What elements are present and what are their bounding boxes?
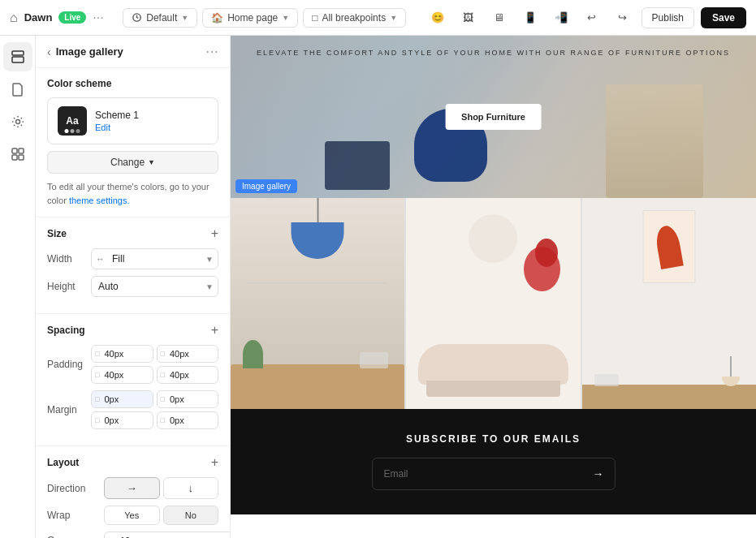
padding-top-icon: □ [92,350,102,358]
spacing-add-icon[interactable]: + [211,324,218,337]
gap-h-input[interactable] [119,532,231,538]
padding-bottom-input[interactable] [102,367,152,383]
margin-top-input[interactable] [102,391,152,407]
svg-rect-6 [12,155,17,160]
height-input[interactable] [92,277,201,296]
margin-bottom2-icon: □ [158,416,168,424]
hero-curtain [606,84,703,198]
image-gallery-badge: Image gallery [235,179,297,193]
sidebar-panel: ‹ Image gallery ⋯ Color scheme Aa S [36,36,231,538]
breakpoint-selector[interactable]: □ All breakpoints ▼ [303,8,406,28]
hero-section[interactable]: ELEVATE THE COMFORT AND STYLE OF YOUR HO… [231,36,756,198]
padding-right-input[interactable] [168,346,218,362]
direction-horizontal-btn[interactable]: → [104,477,160,499]
padding-bottom-row: □ □ [91,366,218,384]
margin-bottom2-wrapper: □ [157,411,219,429]
site-more-icon[interactable]: ··· [93,11,103,25]
width-chevron-icon: ▼ [201,255,218,264]
shelf-line [248,282,387,284]
gallery-image-2[interactable] [404,198,581,409]
layout-title: Layout [47,457,79,468]
theme-settings-link[interactable]: theme settings. [69,196,130,205]
margin-top-row: □ □ [91,390,218,408]
tablet-icon-btn[interactable]: 📱 [518,6,542,30]
scheme-card: Aa Scheme 1 Edit [47,97,218,144]
color-scheme-section: Color scheme Aa Scheme 1 Edit Change [36,68,230,217]
home-icon[interactable]: ⌂ [10,11,18,25]
padding-top-wrapper: □ [91,345,153,363]
breakpoint-chevron-icon: ▼ [390,14,397,22]
gap-controls: ↔ ↕ [104,532,231,538]
height-row: Height ▼ [47,276,218,297]
padding-top-input[interactable] [102,346,152,362]
margin-top-icon: □ [92,395,102,403]
sidebar-header: ‹ Image gallery ⋯ [36,36,230,68]
save-button[interactable]: Save [701,7,746,28]
margin-right-input[interactable] [168,391,218,407]
image-icon-btn[interactable]: 🖼 [456,6,481,30]
layout-section: Layout + Direction → ↓ Wrap Yes No [36,446,230,538]
hero-text: ELEVATE THE COMFORT AND STYLE OF YOUR HO… [231,49,756,57]
size-section: Size + Width ↔ ▼ Height ▼ [36,217,230,314]
layout-header: Layout + [47,456,218,469]
nav-right: 😊 🖼 🖥 📱 📲 ↩ ↪ Publish Save [426,6,746,30]
scheme-edit-link[interactable]: Edit [95,123,139,132]
living-scene [406,198,580,409]
wrap-label: Wrap [47,510,104,521]
gap-row: Gap ↔ ↕ [47,532,218,538]
kitchen-scene [231,198,404,409]
shop-furniture-button[interactable]: Shop Furniture [445,104,542,130]
page-label: Home page [227,12,278,24]
kitchen-plant [243,340,263,368]
art-shape [654,224,685,269]
theme-link-text: To edit all your theme's colors, go to y… [47,180,218,207]
margin-bottom2-input[interactable] [168,412,218,428]
desk-lamp [722,356,740,386]
subscribe-title: SUBSCRIBE TO OUR EMAILS [247,433,740,445]
back-icon[interactable]: ‹ [47,45,51,58]
padding-bottom2-wrapper: □ [157,366,219,384]
nav-left: ⌂ Dawn Live ··· [10,11,104,25]
mobile-icon-btn[interactable]: 📲 [549,6,573,30]
direction-row: Direction → ↓ [47,477,218,499]
lamp-cord [317,198,318,222]
pages-icon[interactable] [3,75,32,104]
email-submit-icon[interactable]: → [582,458,615,489]
desktop-icon-btn[interactable]: 🖥 [487,6,512,30]
wrap-no-btn[interactable]: No [163,506,219,525]
redo-icon-btn[interactable]: ↪ [611,6,635,30]
gallery-image-1[interactable] [231,198,404,409]
art-poster-frame [642,210,695,283]
sidebar-more-icon[interactable]: ⋯ [205,44,218,59]
wrap-yes-btn[interactable]: Yes [104,506,160,525]
margin-inputs: □ □ □ □ [91,390,218,429]
undo-icon-btn[interactable]: ↩ [580,6,604,30]
wrap-controls: Yes No [104,506,218,525]
live-badge: Live [58,11,86,24]
top-nav: ⌂ Dawn Live ··· Default ▼ 🏠 Home page ▼ … [0,0,756,36]
svg-rect-4 [12,148,17,153]
image-gallery [231,198,756,409]
margin-bottom-row: □ □ [91,411,218,429]
height-label: Height [47,281,86,292]
email-input[interactable] [373,458,582,489]
layout-add-icon[interactable]: + [211,456,218,469]
padding-bottom2-input[interactable] [168,367,218,383]
apps-icon[interactable] [3,140,32,169]
padding-top-row: □ □ [91,345,218,363]
wrap-row: Wrap Yes No [47,506,218,525]
view-selector[interactable]: Default ▼ [123,8,197,28]
gap-h-wrapper: ↔ [104,532,231,538]
publish-button[interactable]: Publish [642,7,694,28]
gallery-image-3[interactable] [582,198,756,409]
size-add-icon[interactable]: + [211,227,218,240]
width-input[interactable] [109,249,201,269]
sections-icon[interactable] [3,42,32,71]
margin-bottom-input[interactable] [102,412,152,428]
width-input-wrapper: ↔ ▼ [91,248,218,269]
change-scheme-button[interactable]: Change ▼ [47,151,218,174]
settings-icon[interactable] [3,107,32,136]
page-selector[interactable]: 🏠 Home page ▼ [202,8,298,28]
direction-vertical-btn[interactable]: ↓ [163,477,219,499]
emoji-icon-btn[interactable]: 😊 [426,6,450,30]
